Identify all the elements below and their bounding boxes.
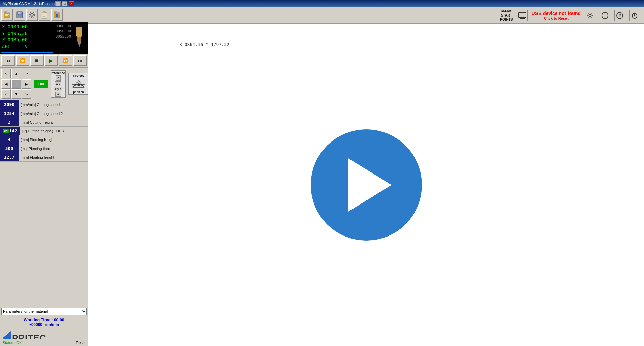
play-button[interactable]: ▶ — [44, 55, 58, 66]
mark-start-line3: POINTS — [500, 18, 513, 22]
z-zero-button[interactable]: Z=0 — [34, 80, 48, 88]
info-button[interactable]: i — [600, 10, 610, 21]
maximize-button[interactable]: □ — [62, 1, 67, 6]
progress-area — [0, 51, 88, 54]
toolbar — [0, 7, 88, 22]
cutting-speed-value[interactable]: 2090 — [0, 100, 19, 109]
svg-marker-27 — [75, 84, 77, 86]
open-file-button[interactable] — [1, 9, 13, 21]
prev-button[interactable]: ⏪ — [16, 55, 30, 66]
svg-rect-0 — [4, 13, 10, 18]
thc-toggle[interactable]: ON — [3, 129, 9, 133]
working-speed-label: ~00000 mm/min — [0, 322, 88, 327]
cutting-speed2-value[interactable]: 1254 — [0, 109, 19, 118]
jog-up-button[interactable]: ▲ — [11, 69, 21, 78]
canvas-coordinates: X 0864.36 Y 1797.32 — [179, 42, 229, 47]
r3-coord: 0055.00 — [56, 34, 71, 39]
param-row-floating-height: 12.7 [mm] Floating height — [0, 153, 88, 162]
stop-button[interactable]: ⏹ — [30, 55, 44, 66]
arc-display: ARC ——— V — [2, 43, 56, 50]
save-button[interactable] — [14, 9, 25, 21]
app-title: MyPlasm CNC v 1.2.1f /Plasma — [3, 2, 55, 6]
position-label: position — [69, 90, 88, 94]
usb-click-reset-button[interactable]: Click to Reset — [544, 16, 569, 20]
export-button[interactable] — [51, 9, 63, 21]
mark-start-line1: MARK — [501, 9, 512, 13]
coordinate-display: X 0000.00 Y 0495.38 Z 0035.00 ARC ——— V … — [0, 22, 88, 51]
status-ok: Status : OK — [3, 341, 22, 345]
svg-rect-5 — [18, 12, 21, 14]
settings-button[interactable] — [26, 9, 38, 21]
minimize-button[interactable]: — — [55, 1, 61, 6]
param-row-piercing-time: 500 [ms] Piercing time — [0, 144, 88, 153]
piercing-time-label: [ms] Piercing time — [19, 147, 52, 151]
monitor-button[interactable] — [517, 10, 528, 21]
ref-xyz-button[interactable]: x y z — [54, 87, 62, 91]
r2-coord: 0050.00 — [56, 29, 71, 34]
z-coord: Z 0035.00 — [2, 37, 56, 43]
piercing-height-label: [mm] Piercing height — [19, 138, 56, 142]
usb-not-found-label: USB device not found — [532, 11, 581, 16]
progress-bar — [1, 52, 53, 53]
jog-center-button[interactable] — [11, 79, 21, 89]
param-row-thc: ON 142 [V] Cutting height ( THC ) — [0, 127, 88, 135]
svg-rect-30 — [519, 12, 526, 18]
parameters-table: 2090 [mm/min] Cutting speed 1254 [mm/min… — [0, 100, 88, 306]
jog-left-button[interactable]: ◀ — [1, 79, 11, 89]
main-layout: X 0000.00 Y 0495.38 Z 0035.00 ARC ——— V … — [0, 7, 644, 346]
thc-value[interactable]: 142 — [9, 128, 17, 133]
jog-right-button[interactable]: ▶ — [22, 79, 31, 89]
next-button[interactable]: ⏩ — [59, 55, 72, 66]
svg-rect-14 — [43, 16, 45, 17]
ref-xy-button[interactable]: x y — [55, 81, 62, 86]
svg-rect-7 — [17, 15, 22, 18]
rewind-button[interactable]: ⏮ — [1, 55, 15, 66]
reference-panel: reference z x y x y z A — [51, 70, 66, 98]
main-play-button[interactable] — [311, 129, 422, 241]
jog-grid: ↖ ▲ ↗ ◀ ▶ ↙ ▼ ↘ — [1, 69, 31, 99]
jog-dr-button[interactable]: ↘ — [22, 89, 31, 99]
svg-text:?: ? — [618, 13, 621, 18]
material-select[interactable]: Parameters for the material — [1, 308, 87, 315]
gear-settings-button[interactable] — [585, 10, 595, 21]
tool-image — [72, 24, 86, 50]
title-bar: MyPlasm CNC v 1.2.1f /Plasma — □ ✕ — [0, 0, 644, 7]
svg-rect-2 — [5, 14, 9, 15]
svg-text:i: i — [604, 13, 605, 18]
r1-coord: 0000.00 — [56, 24, 71, 29]
param-row-cutting-speed2: 1254 [mm/min] Cutting speed 2 — [0, 109, 88, 118]
cutting-speed2-label: [mm/min] Cutting speed 2 — [19, 112, 65, 116]
ref-z-button[interactable]: z — [56, 75, 61, 81]
svg-point-25 — [77, 83, 80, 86]
right-panel: MARK START POINTS USB device not found C… — [88, 7, 644, 346]
x-coord: X 0000.00 — [2, 24, 56, 30]
jog-area: ↖ ▲ ↗ ◀ ▶ ↙ ▼ ↘ Z=0 reference z — [0, 68, 88, 100]
jog-ur-button[interactable]: ↗ — [22, 69, 31, 78]
y-coord: Y 0495.38 — [2, 30, 56, 37]
jog-ul-button[interactable]: ↖ — [1, 69, 11, 78]
ref-a-button[interactable]: A — [55, 92, 61, 97]
piercing-time-value[interactable]: 500 — [0, 144, 19, 153]
status-bar: Status : OK Reset — [0, 339, 88, 346]
usb-status: USB device not found Click to Reset — [532, 11, 581, 20]
floating-height-value[interactable]: 12.7 — [0, 153, 19, 161]
power-button[interactable] — [629, 10, 640, 21]
piercing-height-value[interactable]: 4 — [0, 135, 19, 144]
svg-point-9 — [29, 12, 35, 18]
jog-dl-button[interactable]: ↙ — [1, 89, 11, 99]
mark-start-button[interactable]: MARK START POINTS — [500, 9, 513, 22]
cutting-height-value[interactable]: 2 — [0, 118, 19, 126]
close-button[interactable]: ✕ — [69, 1, 74, 6]
reset-button[interactable]: Reset — [76, 341, 86, 345]
cutting-height-label: [mm] Cutting height — [19, 120, 55, 124]
svg-marker-16 — [54, 12, 57, 13]
project-label: Project — [69, 74, 88, 77]
svg-rect-21 — [79, 45, 80, 47]
svg-rect-12 — [43, 14, 46, 14]
end-button[interactable]: ⏭ — [73, 55, 87, 66]
svg-rect-18 — [76, 27, 82, 37]
help-button[interactable]: ? — [614, 10, 625, 21]
svg-rect-11 — [43, 12, 46, 13]
jog-down-button[interactable]: ▼ — [11, 89, 21, 99]
clipboard-button[interactable] — [39, 9, 50, 21]
